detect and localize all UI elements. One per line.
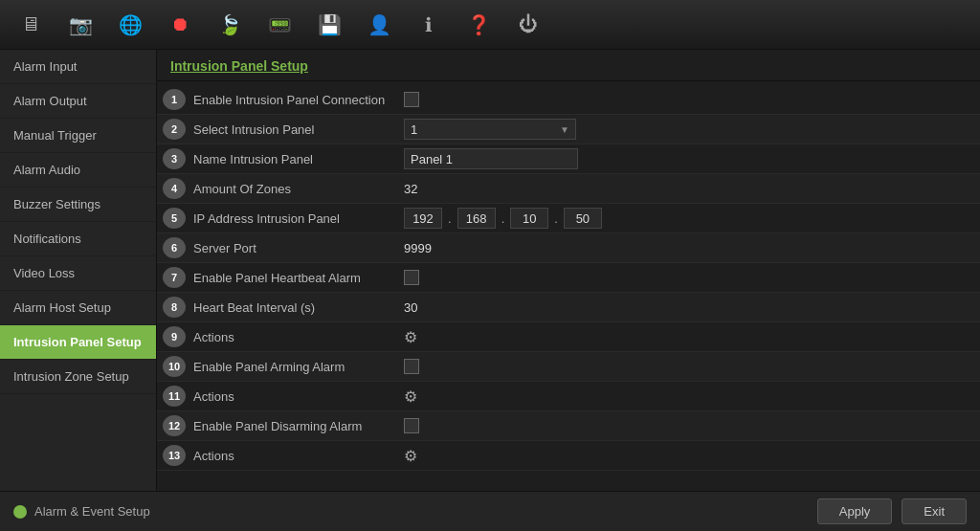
storage-icon[interactable]: 💾: [308, 6, 350, 44]
value-ip-address: . . .: [404, 208, 974, 229]
value-server-port: 9999: [404, 241, 974, 255]
ip-part-1[interactable]: [404, 208, 442, 229]
sidebar-item-alarm-host-setup[interactable]: Alarm Host Setup: [0, 291, 156, 325]
row-num-3: 3: [163, 148, 186, 169]
bottombar-status: Alarm & Event Setup: [13, 504, 150, 519]
monitor-icon[interactable]: 🖥: [10, 6, 52, 44]
row-num-6: 6: [163, 237, 186, 258]
row-num-13: 13: [163, 445, 186, 466]
sidebar-item-manual-trigger[interactable]: Manual Trigger: [0, 119, 156, 153]
gear-icon-11[interactable]: ⚙: [404, 387, 417, 406]
select-value: 1: [411, 122, 417, 137]
text-heart-beat-interval: 30: [404, 300, 417, 315]
row-enable-panel-heartbeat-alarm: 7 Enable Panel Heartbeat Alarm: [157, 263, 980, 293]
sidebar-item-alarm-audio[interactable]: Alarm Audio: [0, 153, 156, 188]
row-num-1: 1: [163, 89, 186, 110]
checkbox-enable-panel-heartbeat-alarm[interactable]: [404, 270, 419, 285]
text-server-port: 9999: [404, 241, 432, 255]
row-ip-address: 5 IP Address Intrusion Panel . . .: [157, 204, 980, 233]
content-body: 1 Enable Intrusion Panel Connection 2 Se…: [157, 81, 980, 491]
power-icon[interactable]: ⏻: [507, 6, 549, 44]
content-area: Intrusion Panel Setup 1 Enable Intrusion…: [157, 50, 980, 491]
sidebar-item-alarm-input[interactable]: Alarm Input: [0, 50, 156, 84]
value-enable-intrusion-panel-connection: [404, 92, 974, 107]
content-header: Intrusion Panel Setup: [157, 50, 980, 81]
ip-part-3[interactable]: [510, 208, 548, 229]
value-select-intrusion-panel: 1 ▼: [404, 119, 974, 140]
label-enable-panel-arming-alarm: Enable Panel Arming Alarm: [193, 360, 404, 374]
label-enable-panel-disarming-alarm: Enable Panel Disarming Alarm: [193, 419, 404, 433]
status-dot-icon: [13, 505, 27, 519]
row-server-port: 6 Server Port 9999: [157, 233, 980, 263]
label-heart-beat-interval: Heart Beat Interval (s): [193, 300, 404, 315]
row-name-intrusion-panel: 3 Name Intrusion Panel: [157, 144, 980, 174]
info-icon[interactable]: ℹ: [408, 6, 450, 44]
label-select-intrusion-panel: Select Intrusion Panel: [193, 122, 404, 137]
text-amount-of-zones: 32: [404, 182, 417, 196]
row-num-7: 7: [163, 267, 186, 288]
value-actions-13: ⚙: [404, 447, 974, 465]
label-amount-of-zones: Amount Of Zones: [193, 182, 404, 196]
row-num-9: 9: [163, 326, 186, 347]
value-amount-of-zones: 32: [404, 182, 974, 196]
row-enable-intrusion-panel-connection: 1 Enable Intrusion Panel Connection: [157, 85, 980, 115]
sidebar-item-intrusion-zone-setup[interactable]: Intrusion Zone Setup: [0, 360, 156, 394]
row-heart-beat-interval: 8 Heart Beat Interval (s) 30: [157, 293, 980, 322]
row-num-12: 12: [163, 415, 186, 436]
ip-dot-3: .: [554, 211, 558, 226]
ip-part-2[interactable]: [457, 208, 496, 229]
row-num-4: 4: [163, 178, 186, 199]
input-name-intrusion-panel[interactable]: [404, 148, 578, 169]
network-icon[interactable]: 🌐: [109, 6, 151, 44]
camera-icon[interactable]: 📷: [59, 6, 101, 44]
label-enable-panel-heartbeat-alarm: Enable Panel Heartbeat Alarm: [193, 271, 404, 285]
label-server-port: Server Port: [193, 241, 404, 255]
sidebar-item-notifications[interactable]: Notifications: [0, 222, 156, 256]
sidebar-item-alarm-output[interactable]: Alarm Output: [0, 84, 156, 119]
select-intrusion-panel[interactable]: 1 ▼: [404, 119, 576, 140]
topbar: 🖥 📷 🌐 ⏺ 🍃 📟 💾 👤 ℹ ❓ ⏻: [0, 0, 980, 50]
row-amount-of-zones: 4 Amount Of Zones 32: [157, 174, 980, 204]
sidebar-item-buzzer-settings[interactable]: Buzzer Settings: [0, 188, 156, 222]
main-area: Alarm Input Alarm Output Manual Trigger …: [0, 50, 980, 491]
label-actions-9: Actions: [193, 330, 404, 344]
checkbox-enable-panel-disarming-alarm[interactable]: [404, 418, 419, 433]
device-icon[interactable]: 📟: [258, 6, 301, 44]
checkbox-enable-intrusion-panel-connection[interactable]: [404, 92, 419, 107]
label-enable-intrusion-panel-connection: Enable Intrusion Panel Connection: [193, 93, 404, 107]
ip-dot-1: .: [448, 211, 452, 226]
label-actions-11: Actions: [193, 389, 404, 404]
row-num-10: 10: [163, 356, 186, 377]
value-name-intrusion-panel: [404, 148, 974, 169]
apply-button[interactable]: Apply: [817, 498, 893, 524]
value-enable-panel-arming-alarm: [404, 359, 974, 374]
row-actions-11: 11 Actions ⚙: [157, 382, 980, 411]
row-num-8: 8: [163, 297, 186, 318]
bottombar: Alarm & Event Setup Apply Exit: [0, 491, 980, 531]
value-actions-9: ⚙: [404, 328, 974, 346]
ip-dot-2: .: [501, 211, 505, 226]
help-icon[interactable]: ❓: [457, 6, 500, 44]
value-heart-beat-interval: 30: [404, 300, 974, 315]
user-icon[interactable]: 👤: [358, 6, 400, 44]
row-num-11: 11: [163, 386, 186, 407]
sidebar: Alarm Input Alarm Output Manual Trigger …: [0, 50, 157, 491]
gear-icon-9[interactable]: ⚙: [404, 328, 417, 346]
bottombar-actions: Apply Exit: [817, 498, 967, 524]
value-actions-11: ⚙: [404, 387, 974, 406]
ip-part-4[interactable]: [564, 208, 602, 229]
row-actions-13: 13 Actions ⚙: [157, 441, 980, 471]
row-num-5: 5: [163, 208, 186, 229]
exit-button[interactable]: Exit: [902, 498, 967, 524]
value-enable-panel-heartbeat-alarm: [404, 270, 974, 285]
leaf-icon[interactable]: 🍃: [209, 6, 251, 44]
checkbox-enable-panel-arming-alarm[interactable]: [404, 359, 419, 374]
sidebar-item-video-loss[interactable]: Video Loss: [0, 256, 156, 291]
label-ip-address: IP Address Intrusion Panel: [193, 211, 404, 226]
sidebar-item-intrusion-panel-setup[interactable]: Intrusion Panel Setup: [0, 325, 156, 360]
record-icon[interactable]: ⏺: [159, 6, 201, 44]
row-num-2: 2: [163, 119, 186, 140]
status-label: Alarm & Event Setup: [34, 504, 150, 519]
gear-icon-13[interactable]: ⚙: [404, 447, 417, 465]
row-enable-panel-arming-alarm: 10 Enable Panel Arming Alarm: [157, 352, 980, 382]
